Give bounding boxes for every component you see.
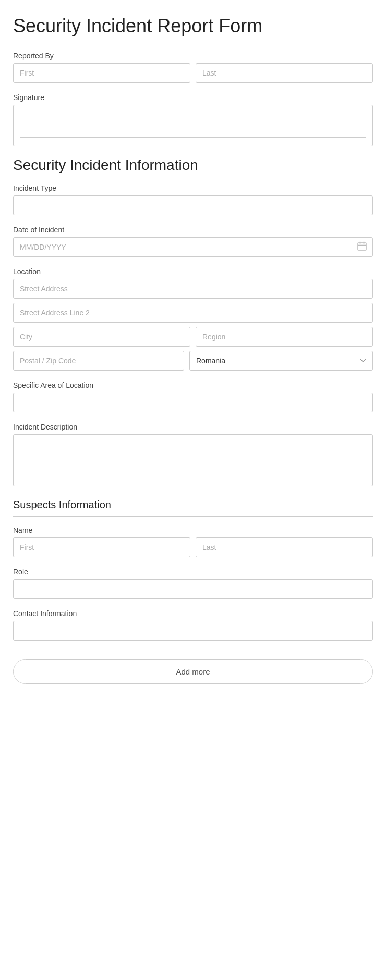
suspects-section: Suspects Information Name Role Contact I… xyxy=(13,499,373,641)
suspect-contact-input[interactable] xyxy=(13,621,373,641)
suspect-role-label: Role xyxy=(13,568,373,576)
specific-area-input[interactable] xyxy=(13,393,373,412)
incident-description-label: Incident Description xyxy=(13,423,373,431)
incident-info-heading: Security Incident Information xyxy=(13,157,373,174)
location-group: Location Romania xyxy=(13,267,373,371)
incident-description-group: Incident Description xyxy=(13,423,373,488)
postal-input[interactable] xyxy=(13,351,184,371)
signature-line xyxy=(20,137,366,138)
city-region-row xyxy=(13,327,373,347)
suspect-last-input[interactable] xyxy=(196,537,373,557)
suspect-name-row xyxy=(13,537,373,557)
incident-type-group: Incident Type xyxy=(13,184,373,215)
date-input-wrapper xyxy=(13,237,373,257)
reported-by-name-row xyxy=(13,63,373,83)
suspect-role-input[interactable] xyxy=(13,579,373,599)
reported-by-label: Reported By xyxy=(13,52,373,60)
signature-field[interactable] xyxy=(13,105,373,146)
reported-by-group: Reported By xyxy=(13,52,373,83)
region-input[interactable] xyxy=(196,327,373,347)
suspect-first-input[interactable] xyxy=(13,537,190,557)
add-more-button[interactable]: Add more xyxy=(13,659,373,684)
city-input[interactable] xyxy=(13,327,190,347)
page-title: Security Incident Report Form xyxy=(13,15,373,37)
signature-group: Signature xyxy=(13,93,373,146)
suspect-name-label: Name xyxy=(13,526,373,534)
date-of-incident-input[interactable] xyxy=(13,237,373,257)
specific-area-group: Specific Area of Location xyxy=(13,381,373,412)
suspect-contact-label: Contact Information xyxy=(13,609,373,618)
reported-by-last-input[interactable] xyxy=(196,63,373,83)
reported-by-first-input[interactable] xyxy=(13,63,190,83)
date-of-incident-group: Date of Incident xyxy=(13,226,373,257)
street-address-line2-input[interactable] xyxy=(13,303,373,323)
specific-area-label: Specific Area of Location xyxy=(13,381,373,389)
suspects-heading: Suspects Information xyxy=(13,499,373,511)
incident-description-textarea[interactable] xyxy=(13,434,373,486)
date-of-incident-label: Date of Incident xyxy=(13,226,373,234)
incident-type-label: Incident Type xyxy=(13,184,373,192)
postal-country-row: Romania xyxy=(13,351,373,371)
street-address-input[interactable] xyxy=(13,279,373,299)
suspect-role-group: Role xyxy=(13,568,373,599)
suspect-name-group: Name xyxy=(13,526,373,557)
location-label: Location xyxy=(13,267,373,276)
suspect-contact-group: Contact Information xyxy=(13,609,373,641)
section-divider xyxy=(13,516,373,517)
country-select[interactable]: Romania xyxy=(189,351,373,371)
incident-type-input[interactable] xyxy=(13,195,373,215)
signature-label: Signature xyxy=(13,93,373,102)
location-stack: Romania xyxy=(13,279,373,371)
